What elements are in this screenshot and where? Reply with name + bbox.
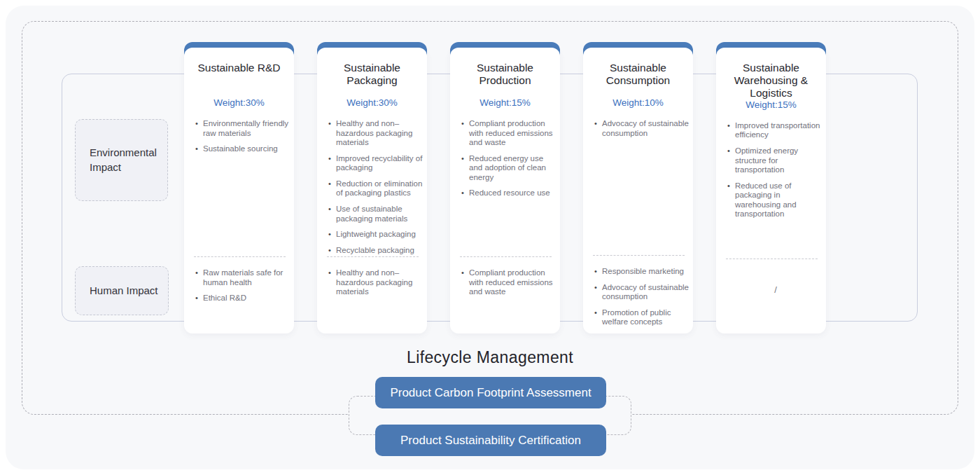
criteria-text: Reduced use of packaging in warehousing … xyxy=(735,181,824,219)
human-criteria-list: •Raw materials safe for human health•Eth… xyxy=(195,268,292,303)
environmental-criteria-list: •Environmentally friendly raw materials•… xyxy=(184,109,294,256)
criteria-item: •Use of sustainable packaging materials xyxy=(328,205,425,223)
environmental-criteria-list: •Improved transportation efficiency•Opti… xyxy=(716,111,826,259)
card-body: Sustainable Warehousing & LogisticsWeigh… xyxy=(716,48,826,333)
card-title: Sustainable R&D xyxy=(188,62,290,74)
environmental-criteria-list: •Compliant production with reduced emiss… xyxy=(450,109,560,256)
sustainability-framework-diagram: Environmental Impact Human Impact Sustai… xyxy=(0,0,980,475)
bullet-icon: • xyxy=(594,283,602,302)
criteria-item: •Compliant production with reduced emiss… xyxy=(461,119,558,148)
criteria-item: •Promotion of public welfare concepts xyxy=(594,308,691,327)
carbon-footprint-assessment-button[interactable]: Product Carbon Footprint Assessment xyxy=(375,377,606,408)
pillar-cards: Sustainable R&DWeight:30%•Environmentall… xyxy=(184,42,826,333)
criteria-text: Improved recyclability of packaging xyxy=(336,154,425,173)
card-weight-label: Weight:15% xyxy=(454,97,556,109)
human-criteria-list: •Compliant production with reduced emiss… xyxy=(461,268,558,297)
criteria-item: •Reduced energy use and adoption of clea… xyxy=(461,154,558,183)
card-head: Sustainable ProductionWeight:15% xyxy=(450,48,560,109)
row-label-human-impact: Human Impact xyxy=(75,266,169,315)
criteria-text: Healthy and non–hazardous packaging mate… xyxy=(336,119,425,148)
card-title: Sustainable Warehousing & Logistics xyxy=(720,62,822,99)
pillar-card: Sustainable PackagingWeight:30%•Healthy … xyxy=(317,42,427,333)
card-title: Sustainable Packaging xyxy=(321,62,423,87)
criteria-item: •Recyclable packaging xyxy=(328,246,425,256)
bullet-icon: • xyxy=(195,144,203,154)
human-criteria-section: •Raw materials safe for human health•Eth… xyxy=(184,257,294,333)
lifecycle-management-title: Lifecycle Management xyxy=(0,348,980,367)
criteria-text: Use of sustainable packaging materials xyxy=(336,205,425,223)
criteria-item: •Healthy and non–hazardous packaging mat… xyxy=(328,268,425,297)
card-body: Sustainable PackagingWeight:30%•Healthy … xyxy=(317,48,427,333)
pillar-card: Sustainable ProductionWeight:15%•Complia… xyxy=(450,42,560,333)
criteria-text: Compliant production with reduced emissi… xyxy=(469,268,558,297)
bullet-icon: • xyxy=(461,268,469,297)
criteria-text: Reduced resource use xyxy=(469,188,550,198)
bullet-icon: • xyxy=(594,267,602,277)
bullet-icon: • xyxy=(461,154,469,183)
environmental-criteria-list: •Advocacy of sustainable consumption xyxy=(583,109,693,255)
card-head: Sustainable ConsumptionWeight:10% xyxy=(583,48,693,109)
criteria-text: Ethical R&D xyxy=(203,294,246,303)
card-head: Sustainable Warehousing & LogisticsWeigh… xyxy=(716,48,826,111)
criteria-item: •Reduction or elimination of packaging p… xyxy=(328,179,425,198)
human-criteria-section: / xyxy=(716,259,826,333)
bullet-icon: • xyxy=(195,294,203,303)
criteria-item: •Advocacy of sustainable consumption xyxy=(594,283,691,302)
criteria-text: Sustainable sourcing xyxy=(203,144,278,154)
criteria-item: •Improved transportation efficiency xyxy=(727,121,824,140)
human-criteria-list: •Healthy and non–hazardous packaging mat… xyxy=(328,268,425,297)
criteria-text: Reduced energy use and adoption of clean… xyxy=(469,154,558,183)
bullet-icon: • xyxy=(461,188,469,198)
environmental-criteria-list: •Healthy and non–hazardous packaging mat… xyxy=(317,109,427,256)
criteria-item: •Compliant production with reduced emiss… xyxy=(461,268,558,297)
criteria-item: •Raw materials safe for human health xyxy=(195,268,292,287)
criteria-item: •Sustainable sourcing xyxy=(195,144,292,154)
card-head: Sustainable R&DWeight:30% xyxy=(184,48,294,109)
sustainability-certification-button[interactable]: Product Sustainability Certification xyxy=(375,425,606,456)
criteria-item: •Reduced resource use xyxy=(461,188,558,198)
criteria-item: •Healthy and non–hazardous packaging mat… xyxy=(328,119,425,148)
criteria-text: Advocacy of sustainable consumption xyxy=(602,119,691,138)
pillar-card: Sustainable ConsumptionWeight:10%•Advoca… xyxy=(583,42,693,333)
bullet-icon: • xyxy=(328,205,336,223)
human-criteria-section: •Responsible marketing•Advocacy of susta… xyxy=(583,256,693,333)
bullet-icon: • xyxy=(195,119,203,138)
criteria-item: •Improved recyclability of packaging xyxy=(328,154,425,173)
criteria-text: Responsible marketing xyxy=(602,267,684,277)
bullet-icon: • xyxy=(461,119,469,148)
human-criteria-section: •Compliant production with reduced emiss… xyxy=(450,257,560,333)
criteria-item: •Ethical R&D xyxy=(195,294,292,303)
card-weight-label: Weight:30% xyxy=(188,97,290,109)
bullet-icon: • xyxy=(328,119,336,148)
card-title: Sustainable Consumption xyxy=(587,62,689,87)
card-body: Sustainable ConsumptionWeight:10%•Advoca… xyxy=(583,48,693,333)
card-head: Sustainable PackagingWeight:30% xyxy=(317,48,427,109)
pillar-card: Sustainable Warehousing & LogisticsWeigh… xyxy=(716,42,826,333)
card-body: Sustainable R&DWeight:30%•Environmentall… xyxy=(184,48,294,333)
criteria-item: •Lightweight packaging xyxy=(328,230,425,240)
criteria-text: Recyclable packaging xyxy=(336,246,414,256)
human-empty-note: / xyxy=(727,270,824,295)
card-weight-label: Weight:15% xyxy=(720,99,822,111)
criteria-text: Optimized energy structure for transport… xyxy=(735,146,824,175)
criteria-item: •Responsible marketing xyxy=(594,267,691,277)
card-weight-label: Weight:10% xyxy=(587,97,689,109)
bullet-icon: • xyxy=(328,179,336,198)
criteria-text: Healthy and non–hazardous packaging mate… xyxy=(336,268,425,297)
bullet-icon: • xyxy=(727,121,735,140)
criteria-text: Compliant production with reduced emissi… xyxy=(469,119,558,148)
criteria-item: •Optimized energy structure for transpor… xyxy=(727,146,824,175)
bullet-icon: • xyxy=(328,230,336,240)
criteria-text: Promotion of public welfare concepts xyxy=(602,308,691,327)
bullet-icon: • xyxy=(594,119,602,138)
human-criteria-section: •Healthy and non–hazardous packaging mat… xyxy=(317,257,427,333)
criteria-item: •Environmentally friendly raw materials xyxy=(195,119,292,138)
bullet-icon: • xyxy=(328,154,336,173)
criteria-text: Environmentally friendly raw materials xyxy=(203,119,292,138)
human-criteria-list: •Responsible marketing•Advocacy of susta… xyxy=(594,267,691,327)
criteria-text: Raw materials safe for human health xyxy=(203,268,292,287)
row-label-environmental-impact: Environmental Impact xyxy=(75,119,168,201)
criteria-item: •Reduced use of packaging in warehousing… xyxy=(727,181,824,219)
criteria-item: •Advocacy of sustainable consumption xyxy=(594,119,691,138)
bullet-icon: • xyxy=(727,181,735,219)
